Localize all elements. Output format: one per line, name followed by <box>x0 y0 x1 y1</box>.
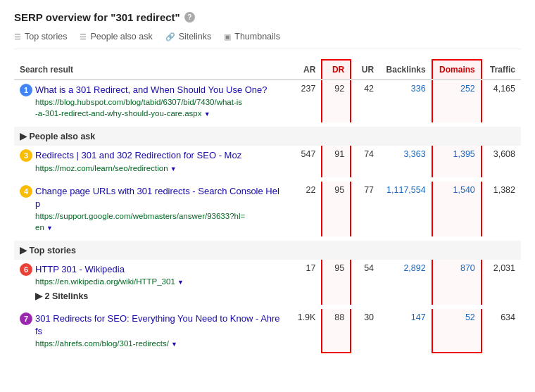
tab-thumbnails-label: Thumbnails <box>234 32 280 42</box>
help-icon[interactable]: ? <box>184 12 195 23</box>
result-ar: 17 <box>291 260 322 304</box>
col-header-backlinks: Backlinks <box>379 60 432 80</box>
dropdown-arrow[interactable]: ▼ <box>46 225 53 232</box>
thumbnails-icon: ▣ <box>224 32 231 42</box>
result-ar: 1.9K <box>291 309 322 353</box>
result-domains: 252 <box>432 80 482 122</box>
tab-sitelinks[interactable]: 🔗 Sitelinks <box>165 32 212 43</box>
tab-people-also-ask[interactable]: ☰ People also ask <box>80 32 152 43</box>
result-traffic: 3,608 <box>482 146 521 177</box>
tab-top-stories-label: Top stories <box>25 32 67 42</box>
result-ur: 42 <box>351 80 379 122</box>
section-row: ▶ People also ask <box>14 127 521 146</box>
result-dr: 95 <box>322 182 351 237</box>
separator <box>14 353 521 358</box>
dropdown-arrow[interactable]: ▼ <box>171 341 177 348</box>
result-number: 7 <box>20 312 32 325</box>
col-header-search-result: Search result <box>14 60 291 80</box>
result-number: 6 <box>20 263 32 276</box>
result-backlinks: 336 <box>379 80 432 122</box>
sitelinks-icon: 🔗 <box>165 32 175 42</box>
result-text: 301 Redirects for SEO: Everything You Ne… <box>35 312 286 349</box>
result-ur: 77 <box>351 182 379 237</box>
results-table: Search result AR DR UR Backlinks Domains… <box>14 59 521 358</box>
result-text: Change page URLs with 301 redirects - Se… <box>35 185 286 234</box>
tabs-bar: ☰ Top stories ☰ People also ask 🔗 Siteli… <box>14 32 521 49</box>
tab-top-stories[interactable]: ☰ Top stories <box>14 32 67 43</box>
result-title[interactable]: Change page URLs with 301 redirects - Se… <box>35 185 286 210</box>
result-traffic: 2,031 <box>482 260 521 304</box>
table-row: 3 Redirects | 301 and 302 Redirection fo… <box>14 146 521 177</box>
result-cell: 4 Change page URLs with 301 redirects - … <box>14 182 291 237</box>
dropdown-arrow[interactable]: ▼ <box>170 165 177 172</box>
table-row: 1 What is a 301 Redirect, and When Shoul… <box>14 80 521 122</box>
result-domains: 1,540 <box>432 182 482 237</box>
result-domains: 52 <box>432 309 482 353</box>
result-domains: 1,395 <box>432 146 482 177</box>
result-title[interactable]: 301 Redirects for SEO: Everything You Ne… <box>35 312 286 338</box>
result-cell: 1 What is a 301 Redirect, and When Shoul… <box>14 80 291 122</box>
result-url[interactable]: https://en.wikipedia.org/wiki/HTTP_301 ▼ <box>35 276 286 287</box>
result-ur: 74 <box>351 146 379 177</box>
section-label: ▶ People also ask <box>14 127 521 146</box>
result-url[interactable]: https://moz.com/learn/seo/redirection ▼ <box>35 163 286 174</box>
result-backlinks: 2,892 <box>379 260 432 304</box>
result-dr: 92 <box>322 80 351 122</box>
result-number: 4 <box>20 185 32 198</box>
section-label: ▶ Top stories <box>14 241 521 260</box>
col-header-ar: AR <box>291 60 322 80</box>
page-title-row: SERP overview for "301 redirect" ? <box>14 11 521 23</box>
result-ur: 54 <box>351 260 379 304</box>
col-header-ur: UR <box>351 60 379 80</box>
result-ar: 547 <box>291 146 322 177</box>
result-number: 1 <box>20 84 32 96</box>
serp-overview-container: SERP overview for "301 redirect" ? ☰ Top… <box>0 0 535 369</box>
separator-row <box>14 353 521 358</box>
table-row: 7 301 Redirects for SEO: Everything You … <box>14 309 521 353</box>
section-row: ▶ Top stories <box>14 241 521 260</box>
dropdown-arrow[interactable]: ▼ <box>204 110 210 118</box>
result-cell: 3 Redirects | 301 and 302 Redirection fo… <box>14 146 291 177</box>
col-header-traffic: Traffic <box>482 60 521 80</box>
result-text: HTTP 301 - Wikipedia https://en.wikipedi… <box>35 263 286 301</box>
result-text: What is a 301 Redirect, and When Should … <box>35 84 286 119</box>
result-dr: 95 <box>322 260 351 304</box>
result-url[interactable]: https://ahrefs.com/blog/301-redirects/ ▼ <box>35 338 286 349</box>
result-domains: 870 <box>432 260 482 304</box>
table-row: 4 Change page URLs with 301 redirects - … <box>14 182 521 237</box>
result-traffic: 4,165 <box>482 80 521 122</box>
dropdown-arrow[interactable]: ▼ <box>177 279 184 286</box>
result-dr: 91 <box>322 146 351 177</box>
result-title[interactable]: Redirects | 301 and 302 Redirection for … <box>35 149 286 162</box>
result-traffic: 634 <box>482 309 521 353</box>
people-also-ask-icon: ☰ <box>80 32 87 42</box>
result-title[interactable]: What is a 301 Redirect, and When Should … <box>35 84 286 96</box>
result-backlinks: 147 <box>379 309 432 353</box>
result-ar: 237 <box>291 80 322 122</box>
result-title[interactable]: HTTP 301 - Wikipedia <box>35 263 286 276</box>
tab-thumbnails[interactable]: ▣ Thumbnails <box>224 32 280 43</box>
result-url[interactable]: https://support.google.com/webmasters/an… <box>35 210 286 233</box>
result-cell: 7 301 Redirects for SEO: Everything You … <box>14 309 291 353</box>
col-header-domains: Domains <box>432 60 482 80</box>
result-ur: 30 <box>351 309 379 353</box>
result-backlinks: 3,363 <box>379 146 432 177</box>
col-header-dr: DR <box>322 60 351 80</box>
result-text: Redirects | 301 and 302 Redirection for … <box>35 149 286 173</box>
top-stories-icon: ☰ <box>14 32 21 42</box>
result-traffic: 1,382 <box>482 182 521 237</box>
result-dr: 88 <box>322 309 351 353</box>
page-title: SERP overview for "301 redirect" <box>14 11 180 23</box>
table-row: 6 HTTP 301 - Wikipedia https://en.wikipe… <box>14 260 521 304</box>
result-cell: 6 HTTP 301 - Wikipedia https://en.wikipe… <box>14 260 291 304</box>
tab-sitelinks-label: Sitelinks <box>179 32 212 42</box>
result-url[interactable]: https://blog.hubspot.com/blog/tabid/6307… <box>35 96 286 119</box>
tab-people-also-ask-label: People also ask <box>90 32 152 42</box>
result-number: 3 <box>20 149 32 162</box>
result-backlinks: 1,117,554 <box>379 182 432 237</box>
result-ar: 22 <box>291 182 322 237</box>
